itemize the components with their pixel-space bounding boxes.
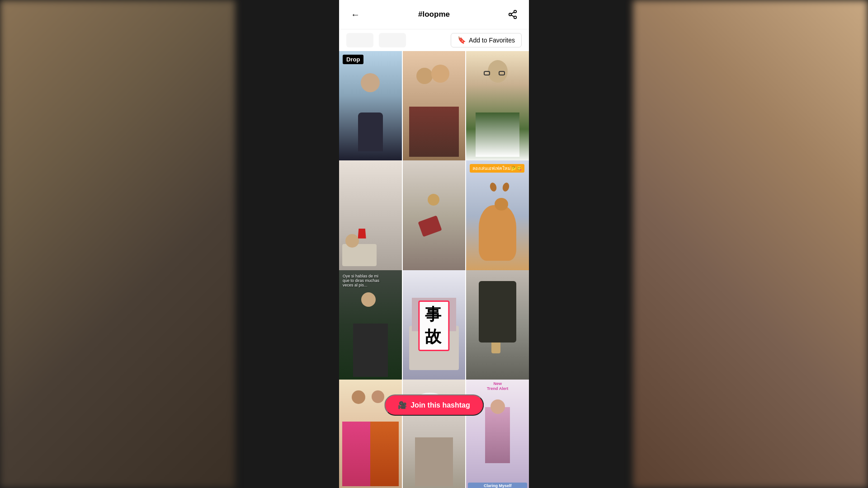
video-cell-7[interactable]: Oye si hablas de mique to diras muchasve… (339, 270, 402, 382)
back-button[interactable]: ← (348, 7, 363, 22)
join-hashtag-label: Join this hashtag (410, 401, 470, 409)
camera-icon: 🎥 (398, 401, 407, 409)
video-cell-8[interactable]: 事故 (403, 270, 466, 382)
drop-badge: Drop (343, 55, 363, 64)
claring-overlay: Claring Myself (468, 483, 527, 488)
red-cup (358, 229, 366, 239)
video-cell-5[interactable] (403, 160, 466, 272)
head-right (431, 65, 449, 83)
page-title: #loopme (418, 10, 450, 19)
video-cell-2[interactable] (403, 51, 466, 163)
video-grid: Drop (339, 51, 529, 488)
kanji-text: 事故 (425, 305, 441, 346)
person12-head (491, 399, 505, 414)
video-cell-6[interactable]: ลองเล่นเอฟเฟคใหม่🤔😋 (466, 160, 529, 272)
stat-box-1 (346, 33, 373, 47)
join-hashtag-button[interactable]: 🎥 Join this hashtag (384, 394, 484, 416)
shirt (476, 113, 519, 157)
bodies (409, 107, 459, 157)
bookmark-icon: 🔖 (458, 36, 466, 44)
phone-container: ← #loopme 🔖 Add to Favorites (339, 0, 529, 488)
head-silhouette (361, 73, 380, 92)
share-button[interactable] (505, 7, 520, 22)
sub-header: 🔖 Add to Favorites (339, 29, 529, 51)
share-icon (508, 9, 518, 19)
add-favorites-label: Add to Favorites (469, 37, 515, 44)
back-arrow-icon: ← (351, 9, 360, 20)
spanish-overlay: Oye si hablas de mique to diras muchasve… (343, 274, 398, 287)
dog-body (479, 205, 516, 261)
body-silhouette (358, 113, 383, 151)
bg-blur-left (0, 0, 235, 488)
bed (342, 244, 377, 266)
person12-body (485, 407, 510, 463)
svg-line-3 (511, 15, 514, 17)
person7-head (361, 292, 376, 307)
video-cell-4[interactable] (339, 160, 402, 272)
head-left (416, 68, 433, 84)
person-head (345, 234, 359, 248)
kanji-overlay: 事故 (418, 300, 449, 351)
svg-line-4 (511, 12, 514, 14)
thai-overlay: ลองเล่นเอฟเฟคใหม่🤔😋 (470, 164, 524, 173)
video-cell-9[interactable] (466, 270, 529, 382)
stat-box-2 (379, 33, 406, 47)
elderly-body (415, 437, 453, 486)
person10-head-1 (352, 390, 365, 404)
bg-blur-right (633, 0, 868, 488)
sari-1 (342, 422, 370, 486)
video-cell-1[interactable]: Drop (339, 51, 402, 163)
glass-left (484, 71, 490, 75)
header: ← #loopme (339, 0, 529, 29)
video-cell-3[interactable] (466, 51, 529, 163)
person7-body (353, 324, 388, 377)
glass-right (499, 71, 505, 75)
trend-overlay: NewTrend Alert (468, 381, 527, 392)
add-to-favorites-button[interactable]: 🔖 Add to Favorites (451, 33, 522, 47)
sari-2 (370, 422, 398, 486)
stats-area (346, 33, 406, 47)
camera-body (479, 281, 516, 343)
dog-head (495, 198, 508, 211)
